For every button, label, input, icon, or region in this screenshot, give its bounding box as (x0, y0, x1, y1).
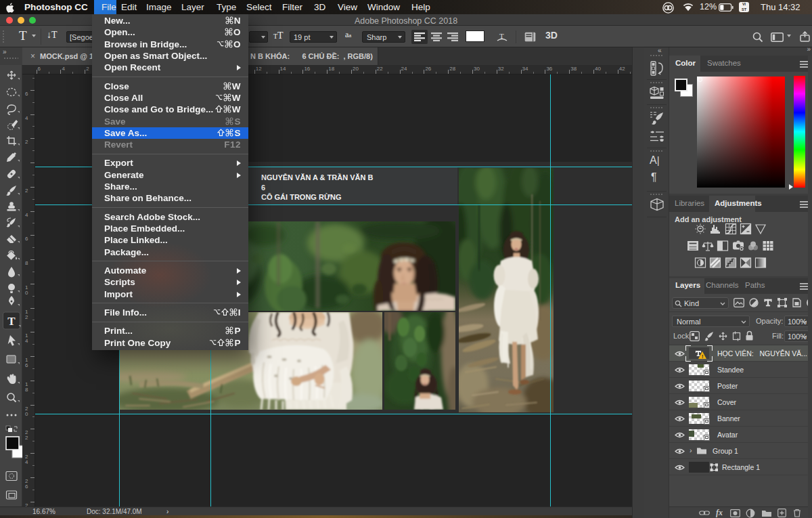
svg-text:T: T (499, 32, 504, 40)
svg-text:T: T (7, 315, 16, 328)
